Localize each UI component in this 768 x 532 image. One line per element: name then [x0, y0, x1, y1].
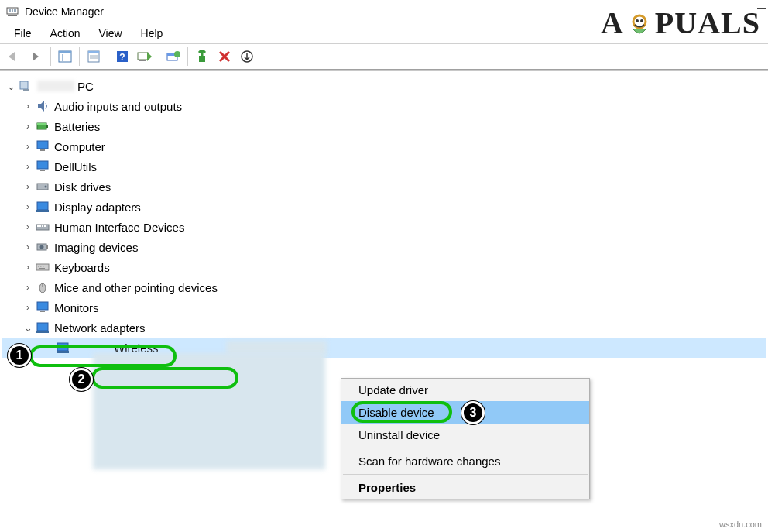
keyboard-icon [34, 260, 51, 274]
menu-update-driver[interactable]: Update driver [341, 379, 589, 401]
disk-icon [34, 180, 51, 194]
help-icon[interactable]: ? [111, 46, 133, 67]
tree-dellutils[interactable]: DellUtils [2, 156, 766, 177]
menu-properties[interactable]: Properties [341, 476, 589, 499]
tree-computer[interactable]: Computer [2, 136, 766, 156]
node-label: Keyboards [54, 261, 110, 274]
expand-icon[interactable] [22, 101, 34, 112]
expand-icon[interactable] [22, 121, 34, 132]
svg-rect-57 [57, 351, 69, 353]
network-adapter-icon [34, 321, 51, 335]
svg-rect-3 [14, 9, 16, 12]
menu-help[interactable]: Help [132, 25, 173, 42]
mouse-icon [34, 280, 51, 294]
forward-button[interactable] [26, 46, 47, 67]
svg-rect-55 [36, 331, 49, 333]
tree-hid[interactable]: Human Interface Devices [2, 217, 766, 237]
menu-separator [343, 474, 588, 475]
enable-device-icon[interactable] [236, 46, 258, 67]
svg-rect-54 [37, 323, 48, 331]
svg-rect-45 [36, 264, 49, 270]
svg-point-7 [640, 19, 643, 22]
node-label: Imaging devices [54, 241, 138, 254]
tree-batteries[interactable]: Batteries [2, 116, 766, 136]
svg-rect-52 [37, 302, 48, 310]
svg-rect-31 [37, 161, 48, 169]
root-label: PC [77, 80, 94, 93]
monitor-icon [34, 160, 51, 173]
svg-rect-47 [40, 266, 42, 267]
scan-hardware-icon[interactable] [134, 46, 156, 67]
node-label: DellUtils [54, 160, 97, 173]
svg-rect-27 [46, 125, 48, 128]
svg-rect-39 [39, 225, 41, 227]
svg-rect-48 [43, 266, 44, 267]
disable-device-icon[interactable] [191, 46, 213, 67]
expand-icon[interactable] [22, 282, 34, 293]
show-hide-console-icon[interactable] [54, 46, 76, 67]
tree-imaging[interactable]: Imaging devices [2, 237, 766, 257]
tree-root[interactable]: PC [2, 76, 766, 96]
camera-icon [34, 240, 51, 254]
svg-rect-2 [12, 9, 13, 12]
node-label: Disk drives [54, 180, 111, 194]
context-menu: Update driver Disable device Uninstall d… [341, 378, 590, 499]
expand-icon[interactable] [22, 221, 34, 232]
expand-icon[interactable] [22, 181, 34, 192]
monitor-icon [34, 300, 51, 314]
expand-icon[interactable] [5, 81, 17, 92]
monitor-icon [34, 139, 51, 153]
network-adapter-icon [54, 341, 71, 355]
expand-icon[interactable] [22, 242, 34, 252]
svg-rect-41 [44, 225, 46, 227]
hostname-redacted [37, 81, 74, 91]
node-label: Audio inputs and outputs [54, 100, 182, 113]
menu-file[interactable]: File [5, 25, 41, 42]
tree-network-adapters[interactable]: Network adapters [2, 317, 766, 338]
svg-point-21 [174, 51, 180, 57]
svg-rect-29 [37, 141, 48, 149]
back-button[interactable] [3, 46, 25, 67]
svg-rect-38 [37, 225, 39, 227]
expand-icon[interactable] [22, 141, 34, 152]
tree-keyboards[interactable]: Keyboards [2, 257, 766, 277]
svg-rect-4 [8, 15, 17, 16]
window-title: Device Manager [25, 5, 104, 18]
svg-rect-53 [40, 311, 45, 312]
svg-rect-49 [39, 268, 45, 269]
tree-mice[interactable]: Mice and other pointing devices [2, 277, 766, 297]
svg-rect-9 [59, 51, 71, 53]
node-label: Network adapters [54, 321, 146, 335]
tree-monitors[interactable]: Monitors [2, 297, 766, 317]
expand-icon[interactable] [22, 201, 34, 212]
svg-point-6 [636, 19, 639, 22]
menu-view[interactable]: View [89, 25, 131, 42]
node-label: Mice and other pointing devices [54, 281, 218, 294]
svg-rect-56 [57, 343, 68, 351]
display-adapter-icon [34, 200, 51, 214]
properties-icon[interactable] [83, 46, 105, 67]
node-label: Batteries [54, 120, 100, 133]
menu-scan-hardware[interactable]: Scan for hardware changes [341, 450, 589, 472]
menu-action[interactable]: Action [41, 25, 90, 42]
tree-disk[interactable]: Disk drives [2, 177, 766, 197]
menu-uninstall-device[interactable]: Uninstall device [341, 424, 589, 446]
appuals-watermark: A PUALS [601, 5, 760, 42]
svg-rect-46 [38, 266, 39, 267]
expand-icon[interactable] [22, 161, 34, 172]
badge-2: 2 [70, 368, 93, 391]
expand-icon[interactable] [22, 302, 34, 313]
svg-rect-30 [40, 149, 45, 151]
audio-icon [34, 99, 51, 113]
expand-icon[interactable] [22, 262, 34, 273]
device-tree[interactable]: PC Audio inputs and outputs Batteries Co… [0, 70, 768, 362]
badge-3: 3 [461, 401, 485, 424]
node-label: Monitors [54, 301, 99, 314]
tree-audio[interactable]: Audio inputs and outputs [2, 96, 766, 116]
tree-display[interactable]: Display adapters [2, 197, 766, 217]
uninstall-device-icon[interactable] [214, 46, 235, 67]
hid-icon [34, 220, 51, 234]
expand-icon[interactable] [22, 322, 34, 334]
update-driver-icon[interactable] [163, 46, 184, 67]
svg-rect-1 [9, 9, 11, 12]
